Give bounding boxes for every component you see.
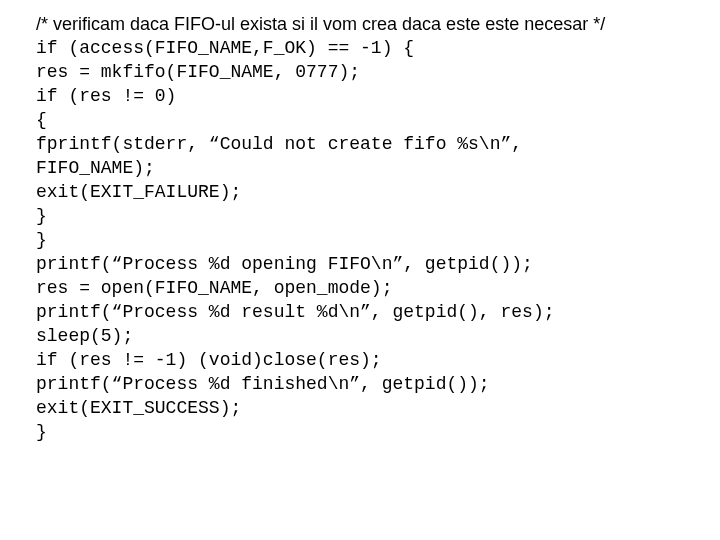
code-line: if (res != 0) [36, 84, 720, 108]
code-line: sleep(5); [36, 324, 720, 348]
code-line: exit(EXIT_SUCCESS); [36, 396, 720, 420]
code-line: printf(“Process %d result %d\n”, getpid(… [36, 300, 720, 324]
code-line: printf(“Process %d finished\n”, getpid()… [36, 372, 720, 396]
code-line: exit(EXIT_FAILURE); [36, 180, 720, 204]
code-line: printf(“Process %d opening FIFO\n”, getp… [36, 252, 720, 276]
code-line: res = open(FIFO_NAME, open_mode); [36, 276, 720, 300]
code-line: if (res != -1) (void)close(res); [36, 348, 720, 372]
code-line: } [36, 228, 720, 252]
code-snippet: /* verificam daca FIFO-ul exista si il v… [0, 0, 720, 444]
code-line: res = mkfifo(FIFO_NAME, 0777); [36, 60, 720, 84]
code-line: if (access(FIFO_NAME,F_OK) == -1) { [36, 36, 720, 60]
code-line: fprintf(stderr, “Could not create fifo %… [36, 132, 720, 156]
code-line: } [36, 420, 720, 444]
code-line: { [36, 108, 720, 132]
code-line: FIFO_NAME); [36, 156, 720, 180]
code-line: } [36, 204, 720, 228]
code-comment: /* verificam daca FIFO-ul exista si il v… [36, 12, 720, 36]
